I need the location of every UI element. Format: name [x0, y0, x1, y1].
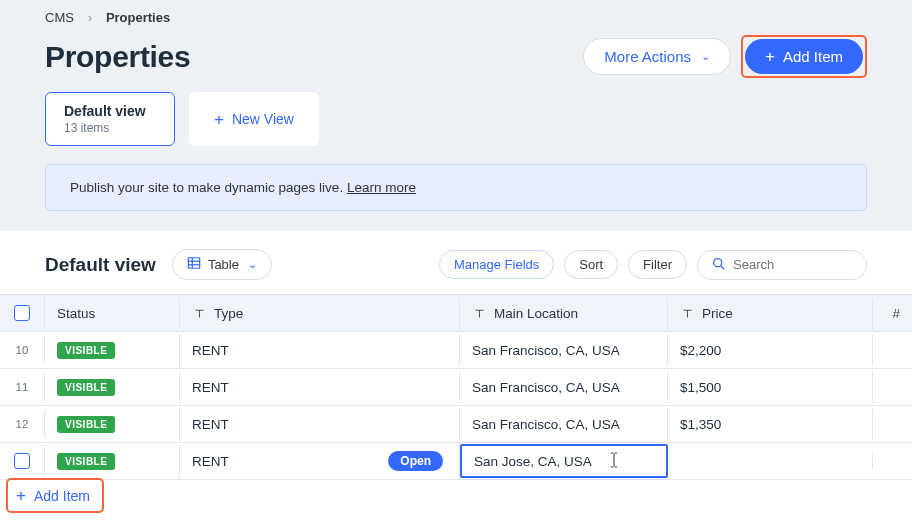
row-checkbox[interactable] [14, 453, 30, 469]
chevron-right-icon: › [88, 11, 92, 25]
data-table: Status Type Main Location Price # 10VISI… [0, 294, 912, 480]
cell-location[interactable]: San Francisco, CA, USA [460, 335, 668, 366]
cell-location[interactable]: San Francisco, CA, USA [460, 372, 668, 403]
banner-learn-more-link[interactable]: Learn more [347, 180, 416, 195]
add-item-highlight: + Add Item [741, 35, 867, 78]
svg-rect-0 [188, 258, 199, 269]
cell-type[interactable]: RENT [180, 372, 460, 403]
view-tab-name: Default view [64, 103, 156, 119]
row-number: 10 [0, 336, 45, 364]
new-view-button[interactable]: + New View [189, 92, 319, 146]
search-wrap [697, 250, 867, 280]
row-number: 11 [0, 373, 45, 401]
breadcrumb-current: Properties [106, 10, 170, 25]
chevron-down-icon: ⌄ [701, 50, 710, 63]
page-title: Properties [45, 40, 190, 74]
plus-icon: + [765, 48, 775, 65]
view-tab-default[interactable]: Default view 13 items [45, 92, 175, 146]
text-icon [192, 306, 206, 320]
cell-type[interactable]: RENT [180, 335, 460, 366]
sort-button[interactable]: Sort [564, 250, 618, 279]
text-icon [680, 306, 694, 320]
status-badge: VISIBLE [57, 342, 115, 359]
location-value: San Francisco, CA, USA [472, 417, 620, 432]
table-view-selector[interactable]: Table ⌄ [172, 249, 272, 280]
status-badge: VISIBLE [57, 416, 115, 433]
row-number: 12 [0, 410, 45, 438]
cell-type[interactable]: RENT [180, 409, 460, 440]
open-row-button[interactable]: Open [388, 451, 443, 471]
column-status-label: Status [57, 306, 95, 321]
cell-location[interactable]: San Francisco, CA, USA [460, 409, 668, 440]
breadcrumb-root[interactable]: CMS [45, 10, 74, 25]
column-hash-label: # [892, 306, 900, 321]
manage-fields-button[interactable]: Manage Fields [439, 250, 554, 279]
footer-add-label: Add Item [34, 488, 90, 504]
column-header-price[interactable]: Price [668, 298, 873, 329]
footer-add-item-button[interactable]: + Add Item [10, 483, 96, 508]
column-header-hash[interactable]: # [873, 298, 912, 329]
table-row: 10VISIBLERENTSan Francisco, CA, USA$2,20… [0, 332, 912, 369]
column-header-status[interactable]: Status [45, 298, 180, 329]
select-all-checkbox[interactable] [14, 305, 30, 321]
footer-add-highlight: + Add Item [6, 478, 104, 513]
svg-point-4 [714, 258, 722, 266]
add-item-label: Add Item [783, 48, 843, 65]
chevron-down-icon: ⌄ [248, 258, 257, 271]
banner-text: Publish your site to make dynamic pages … [70, 180, 347, 195]
column-header-type[interactable]: Type [180, 298, 460, 329]
column-price-label: Price [702, 306, 733, 321]
location-value: San Francisco, CA, USA [472, 343, 620, 358]
column-location-label: Main Location [494, 306, 578, 321]
plus-icon: + [16, 487, 26, 504]
current-view-heading: Default view [45, 254, 156, 276]
add-item-button[interactable]: + Add Item [745, 39, 863, 74]
plus-icon: + [214, 111, 224, 128]
cell-location-editing[interactable]: San Jose, CA, USA [460, 444, 668, 478]
status-badge: VISIBLE [57, 379, 115, 396]
cell-price[interactable]: $2,200 [668, 335, 873, 366]
type-value: RENT [192, 454, 229, 469]
column-header-location[interactable]: Main Location [460, 298, 668, 329]
type-value: RENT [192, 380, 229, 395]
table-view-label: Table [208, 257, 239, 272]
location-value: San Jose, CA, USA [474, 454, 592, 469]
cell-price[interactable] [668, 453, 873, 469]
table-row: 12VISIBLERENTSan Francisco, CA, USA$1,35… [0, 406, 912, 443]
search-icon [712, 257, 725, 273]
type-value: RENT [192, 417, 229, 432]
publish-banner: Publish your site to make dynamic pages … [45, 164, 867, 211]
header-checkbox-cell [0, 297, 45, 329]
table-row: 11VISIBLERENTSan Francisco, CA, USA$1,50… [0, 369, 912, 406]
text-icon [472, 306, 486, 320]
new-view-label: New View [232, 111, 294, 127]
cell-price[interactable]: $1,500 [668, 372, 873, 403]
location-value: San Francisco, CA, USA [472, 380, 620, 395]
table-header-row: Status Type Main Location Price # [0, 295, 912, 332]
breadcrumb: CMS › Properties [45, 10, 867, 25]
view-tab-count: 13 items [64, 121, 156, 135]
cell-price[interactable]: $1,350 [668, 409, 873, 440]
more-actions-button[interactable]: More Actions ⌄ [583, 38, 731, 75]
table-icon [187, 256, 201, 273]
more-actions-label: More Actions [604, 48, 691, 65]
table-row-editing: VISIBLE RENT Open San Jose, CA, USA [0, 443, 912, 480]
filter-button[interactable]: Filter [628, 250, 687, 279]
cell-type[interactable]: RENT Open [180, 443, 460, 479]
price-value: $1,350 [680, 417, 721, 432]
price-value: $1,500 [680, 380, 721, 395]
price-value: $2,200 [680, 343, 721, 358]
type-value: RENT [192, 343, 229, 358]
text-cursor-icon [610, 452, 618, 471]
column-type-label: Type [214, 306, 243, 321]
svg-line-5 [721, 265, 724, 268]
search-input[interactable] [733, 257, 901, 272]
status-badge: VISIBLE [57, 453, 115, 470]
